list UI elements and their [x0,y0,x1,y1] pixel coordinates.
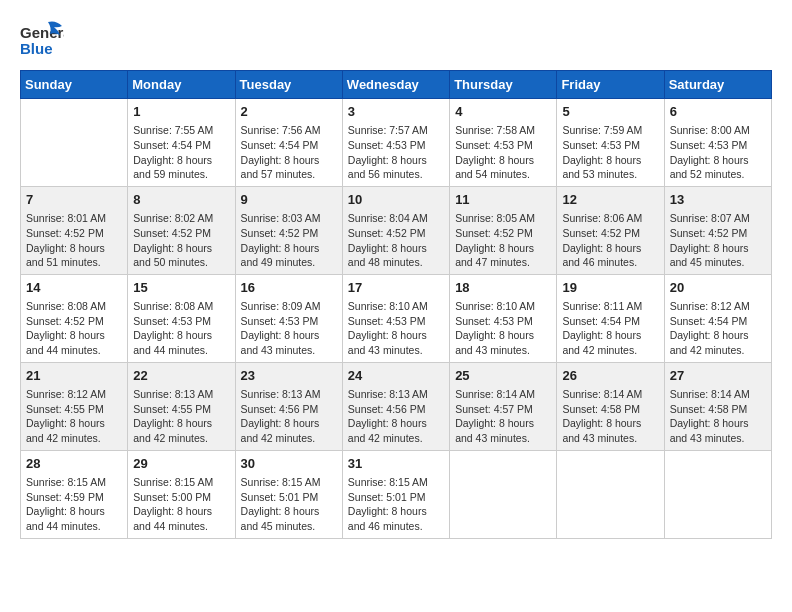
calendar-week-row: 7Sunrise: 8:01 AM Sunset: 4:52 PM Daylig… [21,186,772,274]
calendar-cell: 7Sunrise: 8:01 AM Sunset: 4:52 PM Daylig… [21,186,128,274]
calendar-cell: 19Sunrise: 8:11 AM Sunset: 4:54 PM Dayli… [557,274,664,362]
calendar-week-row: 14Sunrise: 8:08 AM Sunset: 4:52 PM Dayli… [21,274,772,362]
day-number: 24 [348,367,444,385]
day-info: Sunrise: 8:14 AM Sunset: 4:58 PM Dayligh… [670,387,766,446]
day-number: 9 [241,191,337,209]
calendar-body: 1Sunrise: 7:55 AM Sunset: 4:54 PM Daylig… [21,99,772,539]
day-info: Sunrise: 8:10 AM Sunset: 4:53 PM Dayligh… [348,299,444,358]
calendar-cell: 12Sunrise: 8:06 AM Sunset: 4:52 PM Dayli… [557,186,664,274]
calendar-cell: 27Sunrise: 8:14 AM Sunset: 4:58 PM Dayli… [664,362,771,450]
day-info: Sunrise: 7:56 AM Sunset: 4:54 PM Dayligh… [241,123,337,182]
weekday-header-tuesday: Tuesday [235,71,342,99]
calendar-table: SundayMondayTuesdayWednesdayThursdayFrid… [20,70,772,539]
day-number: 25 [455,367,551,385]
calendar-cell: 23Sunrise: 8:13 AM Sunset: 4:56 PM Dayli… [235,362,342,450]
day-number: 6 [670,103,766,121]
calendar-week-row: 1Sunrise: 7:55 AM Sunset: 4:54 PM Daylig… [21,99,772,187]
calendar-header: SundayMondayTuesdayWednesdayThursdayFrid… [21,71,772,99]
day-info: Sunrise: 8:07 AM Sunset: 4:52 PM Dayligh… [670,211,766,270]
calendar-cell: 5Sunrise: 7:59 AM Sunset: 4:53 PM Daylig… [557,99,664,187]
weekday-header-saturday: Saturday [664,71,771,99]
calendar-cell: 10Sunrise: 8:04 AM Sunset: 4:52 PM Dayli… [342,186,449,274]
calendar-cell: 22Sunrise: 8:13 AM Sunset: 4:55 PM Dayli… [128,362,235,450]
day-number: 20 [670,279,766,297]
day-number: 10 [348,191,444,209]
day-info: Sunrise: 8:03 AM Sunset: 4:52 PM Dayligh… [241,211,337,270]
day-info: Sunrise: 8:04 AM Sunset: 4:52 PM Dayligh… [348,211,444,270]
calendar-cell: 28Sunrise: 8:15 AM Sunset: 4:59 PM Dayli… [21,450,128,538]
calendar-cell: 21Sunrise: 8:12 AM Sunset: 4:55 PM Dayli… [21,362,128,450]
calendar-cell [21,99,128,187]
calendar-cell: 26Sunrise: 8:14 AM Sunset: 4:58 PM Dayli… [557,362,664,450]
logo-icon: General Blue [20,20,64,60]
calendar-cell: 20Sunrise: 8:12 AM Sunset: 4:54 PM Dayli… [664,274,771,362]
day-info: Sunrise: 8:08 AM Sunset: 4:52 PM Dayligh… [26,299,122,358]
calendar-week-row: 21Sunrise: 8:12 AM Sunset: 4:55 PM Dayli… [21,362,772,450]
calendar-cell: 15Sunrise: 8:08 AM Sunset: 4:53 PM Dayli… [128,274,235,362]
day-info: Sunrise: 8:15 AM Sunset: 5:01 PM Dayligh… [348,475,444,534]
day-number: 26 [562,367,658,385]
day-info: Sunrise: 8:02 AM Sunset: 4:52 PM Dayligh… [133,211,229,270]
calendar-cell: 9Sunrise: 8:03 AM Sunset: 4:52 PM Daylig… [235,186,342,274]
calendar-cell: 31Sunrise: 8:15 AM Sunset: 5:01 PM Dayli… [342,450,449,538]
day-number: 31 [348,455,444,473]
day-info: Sunrise: 8:05 AM Sunset: 4:52 PM Dayligh… [455,211,551,270]
day-info: Sunrise: 7:59 AM Sunset: 4:53 PM Dayligh… [562,123,658,182]
calendar-cell: 14Sunrise: 8:08 AM Sunset: 4:52 PM Dayli… [21,274,128,362]
day-info: Sunrise: 8:06 AM Sunset: 4:52 PM Dayligh… [562,211,658,270]
day-number: 23 [241,367,337,385]
day-number: 18 [455,279,551,297]
calendar-cell: 2Sunrise: 7:56 AM Sunset: 4:54 PM Daylig… [235,99,342,187]
weekday-header-monday: Monday [128,71,235,99]
weekday-header-row: SundayMondayTuesdayWednesdayThursdayFrid… [21,71,772,99]
day-info: Sunrise: 8:12 AM Sunset: 4:54 PM Dayligh… [670,299,766,358]
calendar-cell: 17Sunrise: 8:10 AM Sunset: 4:53 PM Dayli… [342,274,449,362]
day-info: Sunrise: 7:58 AM Sunset: 4:53 PM Dayligh… [455,123,551,182]
day-number: 3 [348,103,444,121]
day-number: 16 [241,279,337,297]
day-info: Sunrise: 8:11 AM Sunset: 4:54 PM Dayligh… [562,299,658,358]
day-number: 4 [455,103,551,121]
day-number: 1 [133,103,229,121]
day-number: 5 [562,103,658,121]
day-number: 15 [133,279,229,297]
day-number: 21 [26,367,122,385]
day-number: 13 [670,191,766,209]
calendar-cell [450,450,557,538]
weekday-header-wednesday: Wednesday [342,71,449,99]
day-info: Sunrise: 8:00 AM Sunset: 4:53 PM Dayligh… [670,123,766,182]
calendar-cell: 30Sunrise: 8:15 AM Sunset: 5:01 PM Dayli… [235,450,342,538]
day-number: 12 [562,191,658,209]
calendar-cell: 13Sunrise: 8:07 AM Sunset: 4:52 PM Dayli… [664,186,771,274]
day-info: Sunrise: 8:15 AM Sunset: 5:00 PM Dayligh… [133,475,229,534]
day-number: 2 [241,103,337,121]
day-number: 19 [562,279,658,297]
day-info: Sunrise: 8:08 AM Sunset: 4:53 PM Dayligh… [133,299,229,358]
day-info: Sunrise: 7:55 AM Sunset: 4:54 PM Dayligh… [133,123,229,182]
day-number: 8 [133,191,229,209]
calendar-cell: 4Sunrise: 7:58 AM Sunset: 4:53 PM Daylig… [450,99,557,187]
day-info: Sunrise: 8:14 AM Sunset: 4:58 PM Dayligh… [562,387,658,446]
day-info: Sunrise: 8:01 AM Sunset: 4:52 PM Dayligh… [26,211,122,270]
calendar-cell: 25Sunrise: 8:14 AM Sunset: 4:57 PM Dayli… [450,362,557,450]
day-info: Sunrise: 8:13 AM Sunset: 4:56 PM Dayligh… [241,387,337,446]
day-info: Sunrise: 8:10 AM Sunset: 4:53 PM Dayligh… [455,299,551,358]
weekday-header-sunday: Sunday [21,71,128,99]
day-number: 29 [133,455,229,473]
calendar-cell: 24Sunrise: 8:13 AM Sunset: 4:56 PM Dayli… [342,362,449,450]
day-info: Sunrise: 8:15 AM Sunset: 5:01 PM Dayligh… [241,475,337,534]
page-header: General Blue [20,20,772,60]
day-info: Sunrise: 8:12 AM Sunset: 4:55 PM Dayligh… [26,387,122,446]
calendar-cell: 8Sunrise: 8:02 AM Sunset: 4:52 PM Daylig… [128,186,235,274]
day-number: 28 [26,455,122,473]
day-number: 7 [26,191,122,209]
weekday-header-friday: Friday [557,71,664,99]
day-info: Sunrise: 8:13 AM Sunset: 4:56 PM Dayligh… [348,387,444,446]
day-info: Sunrise: 8:15 AM Sunset: 4:59 PM Dayligh… [26,475,122,534]
calendar-cell: 11Sunrise: 8:05 AM Sunset: 4:52 PM Dayli… [450,186,557,274]
calendar-cell [557,450,664,538]
day-number: 11 [455,191,551,209]
svg-text:Blue: Blue [20,40,53,57]
day-info: Sunrise: 8:14 AM Sunset: 4:57 PM Dayligh… [455,387,551,446]
calendar-cell: 18Sunrise: 8:10 AM Sunset: 4:53 PM Dayli… [450,274,557,362]
